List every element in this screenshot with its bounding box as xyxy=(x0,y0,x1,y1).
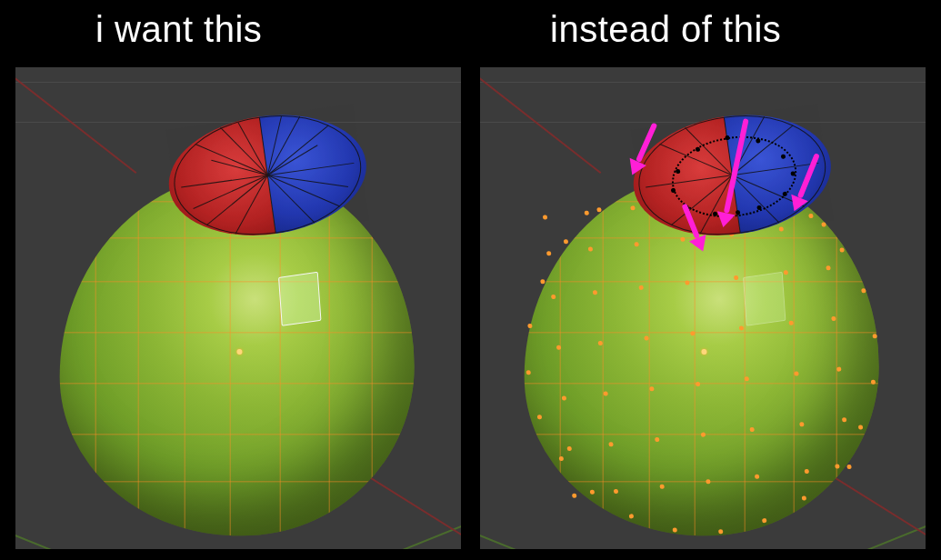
svg-line-14 xyxy=(238,119,267,178)
svg-line-10 xyxy=(267,175,275,233)
svg-line-11 xyxy=(228,175,275,235)
viewport-right xyxy=(480,67,926,549)
svg-line-4 xyxy=(259,117,267,175)
viewport-left xyxy=(15,67,461,549)
comparison-image: i want this instead of this xyxy=(0,0,941,560)
mesh-object-left xyxy=(15,74,461,549)
selected-face-right xyxy=(743,272,786,326)
caption-left: i want this xyxy=(95,9,262,50)
svg-line-15 xyxy=(260,116,289,175)
svg-line-13 xyxy=(211,153,267,183)
svg-line-5 xyxy=(260,116,307,175)
caption-right: instead of this xyxy=(550,9,781,50)
selected-face-left xyxy=(278,272,321,326)
mesh-object-right xyxy=(480,74,926,549)
